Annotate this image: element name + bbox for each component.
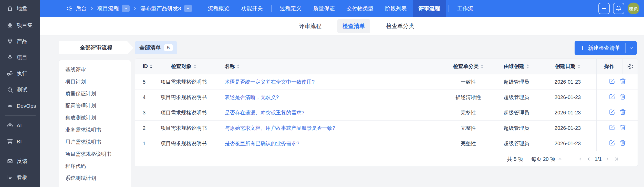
flow-item-project-plan[interactable]: 项目计划 [59,76,131,88]
sidebar-item-kanban[interactable]: 看板 [0,169,40,185]
create-checklist-button[interactable]: 新建检查清单 [575,41,637,55]
flow-item-project-req-spec[interactable]: 项目需求规格说明书 [59,148,131,160]
next-page-button[interactable] [603,155,612,163]
delete-button[interactable] [619,124,626,131]
nav-item-stage-list[interactable]: 阶段列表 [379,0,413,17]
flow-selector[interactable]: 全部评审流程 [59,41,133,54]
table-row: 4 项目需求规格说明书 表述是否清晰，无歧义? 描述清晰性 超级管理员 2026… [135,90,638,105]
sidebar-item-product[interactable]: 产品 [0,33,40,49]
chart-board-icon [7,138,13,145]
nav-item-quality-assurance[interactable]: 质量保证 [307,0,341,17]
lightbulb-icon [7,38,13,45]
table-settings-button[interactable] [622,59,638,74]
nav-divider [271,5,272,12]
count-badge: 5 [164,44,173,51]
tab-review-process[interactable]: 评审流程 [294,19,327,33]
column-header-creator[interactable]: 由谁创建 [504,63,529,70]
breadcrumb-level1[interactable]: 项目流程 [97,5,119,12]
nav-item-process-overview[interactable]: 流程概览 [202,0,235,17]
mail-icon [7,158,13,164]
flow-item-program-code[interactable]: 程序代码 [59,160,131,172]
breadcrumb-level2-dropdown[interactable] [184,5,192,12]
flow-item-qa-plan[interactable]: 质量保证计划 [59,88,131,100]
column-header-date[interactable]: 创建日期 [555,63,580,70]
per-page-selector[interactable]: 每页 20 项 [531,156,562,163]
nav-item-review-process[interactable]: 评审流程 [413,0,446,17]
sidebar-item-program[interactable]: 项目集 [0,17,40,33]
flow-item-user-manual[interactable]: 用户手册 [59,184,131,187]
secondary-tabbar: 评审流程 检查清单 检查单分类 [40,17,644,35]
nav-item-feature-switch[interactable]: 功能开关 [235,0,269,17]
pagination: 共 5 项 每页 20 项 1/1 [135,151,638,167]
column-header-target[interactable]: 检查对象 [171,63,196,70]
sidebar-item-bi[interactable]: BI [0,133,40,150]
nav-item-process-definition[interactable]: 过程定义 [274,0,307,17]
nav-divider [449,5,449,12]
flow-item-config-mgmt-plan[interactable]: 配置管理计划 [59,100,131,112]
edit-button[interactable] [609,140,615,146]
checklist-name-link[interactable]: 是否存在遗漏、冲突或重复的需求? [225,110,304,115]
checklist-name-link[interactable]: 术语是否统一定义并在全文中一致使用? [225,79,315,85]
sidebar-item-project[interactable]: 项目 [0,49,40,65]
create-checklist-main[interactable]: 新建检查清单 [575,41,625,55]
sidebar-item-label: 项目 [17,54,27,61]
sidebar-item-label: 产品 [17,38,27,45]
column-header-category[interactable]: 检查单分类 [453,63,484,70]
avatar[interactable]: 理员 [628,3,639,14]
edit-button[interactable] [609,93,615,100]
delete-button[interactable] [619,140,626,146]
flow-item-baseline-review[interactable]: 基线评审 [59,64,131,76]
checklist-name-link[interactable]: 是否覆盖所有已确认的业务需求? [225,141,299,146]
sidebar-item-label: 测试 [17,86,27,93]
pagination-total: 共 5 项 [507,156,523,163]
breadcrumb-level2[interactable]: 瀑布型产品研发3 [140,5,181,12]
flow-item-business-req-spec[interactable]: 业务需求说明书 [59,124,131,136]
breadcrumb: 后台 项目流程 瀑布型产品研发3 [67,5,192,12]
column-header-id[interactable]: ID [143,63,153,69]
tab-checklist[interactable]: 检查清单 [337,19,370,33]
add-button[interactable] [598,3,610,14]
checklist-name-link[interactable]: 表述是否清晰，无歧义? [225,94,279,100]
kanban-icon [7,174,13,181]
nav-item-workflow[interactable]: 工作流 [451,0,479,17]
gear-icon [67,5,73,12]
sidebar-item-label: DevOps [17,103,36,109]
all-lists-tab[interactable]: 全部清单 5 [135,41,177,54]
notifications-button[interactable] [613,3,624,14]
tab-checklist-category[interactable]: 检查单分类 [381,19,419,33]
sidebar-item-execution[interactable]: 执行 [0,65,40,82]
edit-button[interactable] [609,78,615,85]
sidebar-item-label: 看板 [17,174,27,181]
sort-icon [481,64,484,69]
last-page-button[interactable] [612,155,621,163]
flow-item-user-req-spec[interactable]: 用户需求说明书 [59,136,131,148]
table-row: 3 项目需求规格说明书 是否存在遗漏、冲突或重复的需求? 完整性 超级管理员 2… [135,105,638,120]
delete-button[interactable] [619,93,626,100]
sidebar-item-ai[interactable]: AI [0,117,40,133]
breadcrumb-root[interactable]: 后台 [76,5,87,12]
sidebar-item-feedback[interactable]: 反馈 [0,153,40,169]
all-lists-label: 全部清单 [139,44,161,51]
edit-button[interactable] [609,124,615,131]
checklist-table: ID 检查对象 名称 检查单分类 由谁创建 创建日期 操作 5 项目需求规格说明… [135,59,638,151]
previous-page-button[interactable] [584,155,593,163]
sidebar-divider [5,151,36,151]
sidebar-item-label: 执行 [17,70,27,77]
delete-button[interactable] [619,78,626,85]
sidebar-item-label: 地盘 [17,5,27,12]
flow-item-integration-test-plan[interactable]: 集成测试计划 [59,112,131,124]
create-checklist-dropdown[interactable] [626,41,637,55]
sidebar-item-dashboard[interactable]: 地盘 [0,0,40,17]
delete-button[interactable] [619,109,626,115]
nav-item-deliverable-type[interactable]: 交付物类型 [341,0,379,17]
flow-item-system-test-plan[interactable]: 系统测试计划 [59,172,131,184]
column-header-name[interactable]: 名称 [225,63,240,70]
checklist-name-link[interactable]: 与原始需求文档、用户故事或产品愿景是否一致? [225,125,335,131]
sidebar-item-devops[interactable]: DevOps [0,98,40,114]
first-page-button[interactable] [576,155,584,163]
sort-icon [237,64,240,69]
sidebar: 地盘 项目集 产品 项目 执行 测试 DevOps AI BI 反馈 看板 [0,0,40,187]
breadcrumb-level1-dropdown[interactable] [122,5,130,12]
edit-button[interactable] [609,109,615,115]
sidebar-item-testing[interactable]: 测试 [0,82,40,98]
